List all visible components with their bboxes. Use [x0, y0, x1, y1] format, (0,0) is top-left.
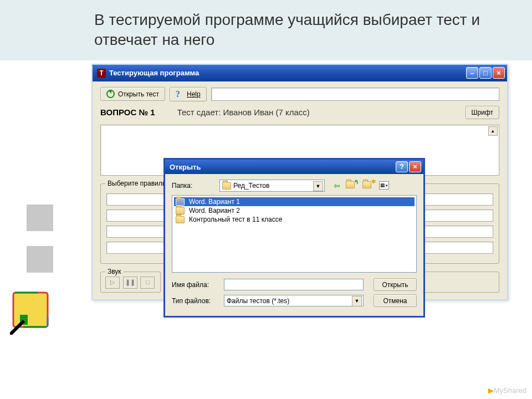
watermark: ▶MyShared	[488, 386, 526, 395]
floppy-icon	[10, 290, 54, 335]
folder-icon	[176, 216, 185, 223]
scroll-up-button[interactable]: ▴	[488, 126, 498, 136]
file-item[interactable]: Контрольный тест в 11 классе	[174, 215, 415, 224]
folder-dropdown[interactable]: Ред_Тестов	[219, 180, 325, 192]
window-title: Тестирующая программа	[109, 69, 466, 77]
filetype-value: Файлы тестов (*.tes)	[227, 297, 289, 305]
open-test-label: Открыть тест	[118, 90, 159, 98]
dialog-titlebar[interactable]: Открыть ? ×	[165, 160, 423, 174]
nav-up-icon[interactable]	[346, 181, 357, 190]
file-list[interactable]: Word. Вариант 1 Word. Вариант 2 Контроль…	[172, 195, 417, 273]
pause-button[interactable]: ❚❚	[123, 277, 137, 289]
help-button[interactable]: Help	[170, 87, 207, 101]
file-name: Word. Вариант 1	[189, 198, 240, 206]
folder-icon	[222, 182, 231, 190]
file-name: Контрольный тест в 11 классе	[189, 216, 282, 223]
nav-view-icon[interactable]: ▦	[379, 181, 389, 190]
close-button[interactable]: ×	[493, 67, 505, 79]
maximize-button[interactable]: □	[479, 67, 492, 79]
sound-group: Звук ▷ ❚❚ □	[100, 272, 161, 293]
slide-header: В тестируемой программе учащийся выбирае…	[0, 0, 532, 60]
filetype-label: Тип файлов:	[172, 297, 219, 305]
stop-button[interactable]: □	[140, 277, 155, 289]
decorative-square	[27, 246, 53, 273]
question-number: ВОПРОС № 1	[100, 108, 155, 117]
file-item[interactable]: Word. Вариант 1	[174, 197, 415, 206]
font-button[interactable]: Шрифт	[466, 106, 499, 119]
dialog-close-button[interactable]: ×	[409, 161, 421, 172]
cancel-button[interactable]: Отмена	[374, 294, 417, 307]
minimize-button[interactable]: –	[466, 67, 478, 79]
toolbar-status	[211, 88, 499, 101]
open-dialog: Открыть ? × Папка: Ред_Тестов ⇦ ▦ Word. …	[163, 158, 425, 318]
refresh-icon	[106, 90, 115, 98]
current-folder: Ред_Тестов	[233, 182, 269, 190]
play-button[interactable]: ▷	[105, 277, 120, 289]
file-name: Word. Вариант 2	[189, 207, 240, 214]
filetype-dropdown[interactable]: Файлы тестов (*.tes)	[224, 295, 364, 306]
filename-label: Имя файла:	[172, 281, 219, 289]
nav-newfolder-icon[interactable]	[362, 181, 374, 190]
folder-icon	[176, 207, 185, 214]
decorative-square	[27, 204, 53, 231]
app-icon: T	[97, 69, 106, 78]
nav-back-icon[interactable]: ⇦	[334, 181, 340, 190]
filename-input[interactable]	[224, 279, 364, 290]
folder-icon	[176, 198, 185, 206]
open-test-button[interactable]: Открыть тест	[100, 87, 165, 101]
titlebar[interactable]: T Тестирующая программа – □ ×	[93, 65, 507, 81]
slide-title: В тестируемой программе учащийся выбирае…	[94, 10, 532, 50]
svg-rect-0	[13, 293, 48, 327]
help-label: Help	[187, 90, 201, 98]
open-button[interactable]: Открыть	[374, 278, 417, 291]
sound-legend: Звук	[105, 268, 124, 275]
student-status: Тест сдает: Иванов Иван (7 класс)	[177, 108, 466, 117]
dialog-help-button[interactable]: ?	[396, 161, 408, 172]
file-item[interactable]: Word. Вариант 2	[174, 206, 415, 215]
dialog-title: Открыть	[170, 163, 396, 171]
help-icon	[176, 90, 183, 99]
folder-label: Папка:	[172, 182, 215, 190]
